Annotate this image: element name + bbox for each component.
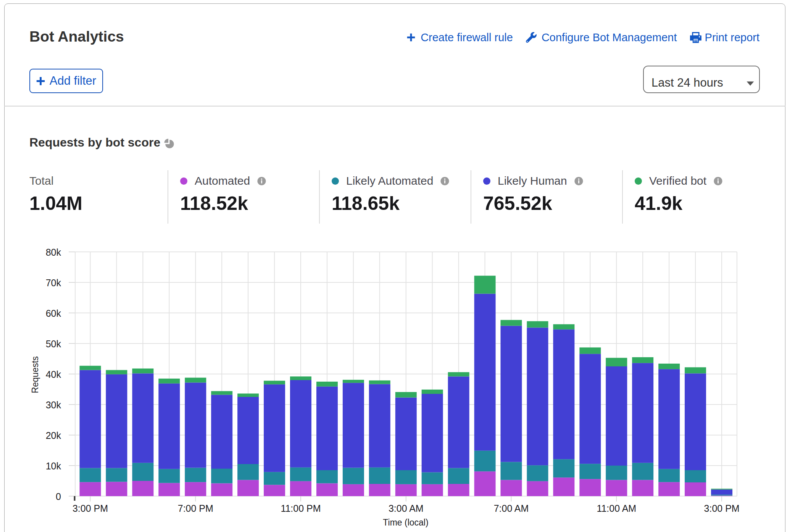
svg-text:3:00 PM: 3:00 PM — [704, 503, 740, 514]
svg-text:3:00 AM: 3:00 AM — [389, 503, 424, 514]
svg-text:50k: 50k — [46, 339, 61, 349]
svg-text:20k: 20k — [46, 430, 61, 441]
svg-text:70k: 70k — [46, 277, 61, 288]
svg-text:80k: 80k — [46, 247, 61, 258]
svg-text:30k: 30k — [46, 400, 61, 410]
svg-text:Time (local): Time (local) — [383, 517, 428, 527]
svg-text:40k: 40k — [46, 369, 61, 380]
svg-text:Requests: Requests — [30, 356, 40, 393]
svg-text:7:00 AM: 7:00 AM — [494, 503, 529, 514]
svg-text:10k: 10k — [46, 461, 61, 471]
svg-text:7:00 PM: 7:00 PM — [178, 503, 213, 514]
svg-text:3:00 PM: 3:00 PM — [73, 503, 108, 514]
svg-text:11:00 PM: 11:00 PM — [281, 503, 321, 514]
svg-text:0: 0 — [56, 491, 61, 502]
svg-text:11:00 AM: 11:00 AM — [597, 503, 636, 514]
svg-text:60k: 60k — [46, 308, 61, 319]
